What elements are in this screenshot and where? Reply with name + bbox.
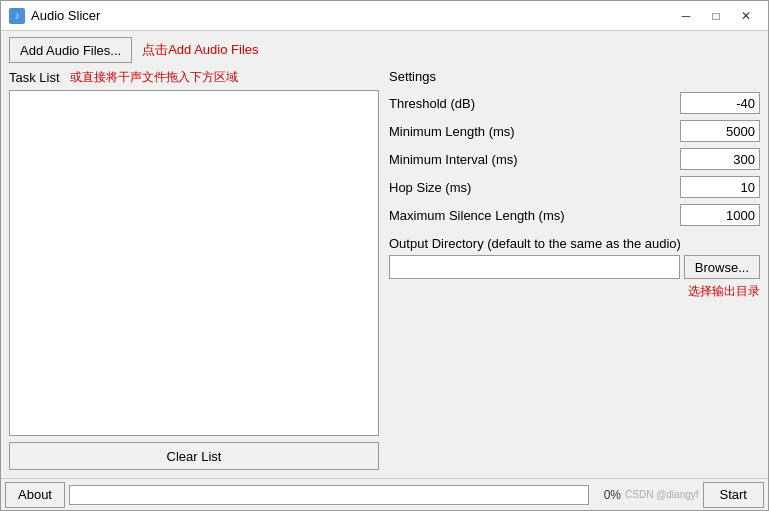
setting-label-4: Maximum Silence Length (ms): [389, 208, 674, 223]
setting-input-3[interactable]: [680, 176, 760, 198]
status-bar-inner: About 0% CSDN @diangyf Start: [5, 482, 764, 508]
output-dir-section: Output Directory (default to the same as…: [389, 236, 760, 300]
setting-label-2: Minimum Interval (ms): [389, 152, 674, 167]
setting-row: Hop Size (ms): [389, 176, 760, 198]
output-dir-label: Output Directory (default to the same as…: [389, 236, 760, 251]
setting-row: Minimum Length (ms): [389, 120, 760, 142]
add-files-button[interactable]: Add Audio Files...: [9, 37, 132, 63]
maximize-button[interactable]: □: [702, 6, 730, 26]
clear-list-button[interactable]: Clear List: [9, 442, 379, 470]
title-bar-controls: ─ □ ✕: [672, 6, 760, 26]
output-dir-row: Browse...: [389, 255, 760, 279]
setting-row: Threshold (dB): [389, 92, 760, 114]
app-icon: ♪: [9, 8, 25, 24]
task-list-label: Task List: [9, 70, 60, 85]
output-hint: 选择输出目录: [389, 283, 760, 300]
left-panel: Task List 或直接将干声文件拖入下方区域 Clear List: [9, 69, 379, 470]
start-button[interactable]: Start: [703, 482, 764, 508]
settings-label: Settings: [389, 69, 760, 84]
right-panel: Settings Threshold (dB)Minimum Length (m…: [389, 69, 760, 470]
output-dir-input[interactable]: [389, 255, 680, 279]
close-button[interactable]: ✕: [732, 6, 760, 26]
setting-label-0: Threshold (dB): [389, 96, 674, 111]
title-bar: ♪ Audio Slicer ─ □ ✕: [1, 1, 768, 31]
setting-row: Minimum Interval (ms): [389, 148, 760, 170]
status-bar: About 0% CSDN @diangyf Start: [1, 478, 768, 510]
settings-grid: Threshold (dB)Minimum Length (ms)Minimum…: [389, 92, 760, 226]
setting-input-2[interactable]: [680, 148, 760, 170]
progress-bar-container: [69, 485, 589, 505]
setting-label-1: Minimum Length (ms): [389, 124, 674, 139]
minimize-button[interactable]: ─: [672, 6, 700, 26]
setting-row: Maximum Silence Length (ms): [389, 204, 760, 226]
progress-percent: 0%: [593, 488, 621, 502]
toolbar: Add Audio Files... 点击Add Audio Files: [1, 31, 768, 69]
content-area: Task List 或直接将干声文件拖入下方区域 Clear List Sett…: [1, 69, 768, 478]
title-bar-left: ♪ Audio Slicer: [9, 8, 100, 24]
browse-button[interactable]: Browse...: [684, 255, 760, 279]
watermark: CSDN @diangyf: [625, 489, 699, 500]
setting-input-0[interactable]: [680, 92, 760, 114]
task-list-header: Task List 或直接将干声文件拖入下方区域: [9, 69, 379, 86]
about-button[interactable]: About: [5, 482, 65, 508]
setting-input-4[interactable]: [680, 204, 760, 226]
task-list-box[interactable]: [9, 90, 379, 436]
task-list-hint: 或直接将干声文件拖入下方区域: [70, 69, 238, 86]
window-title: Audio Slicer: [31, 8, 100, 23]
app-window: ♪ Audio Slicer ─ □ ✕ Add Audio Files... …: [0, 0, 769, 511]
toolbar-hint: 点击Add Audio Files: [142, 41, 258, 59]
setting-input-1[interactable]: [680, 120, 760, 142]
setting-label-3: Hop Size (ms): [389, 180, 674, 195]
